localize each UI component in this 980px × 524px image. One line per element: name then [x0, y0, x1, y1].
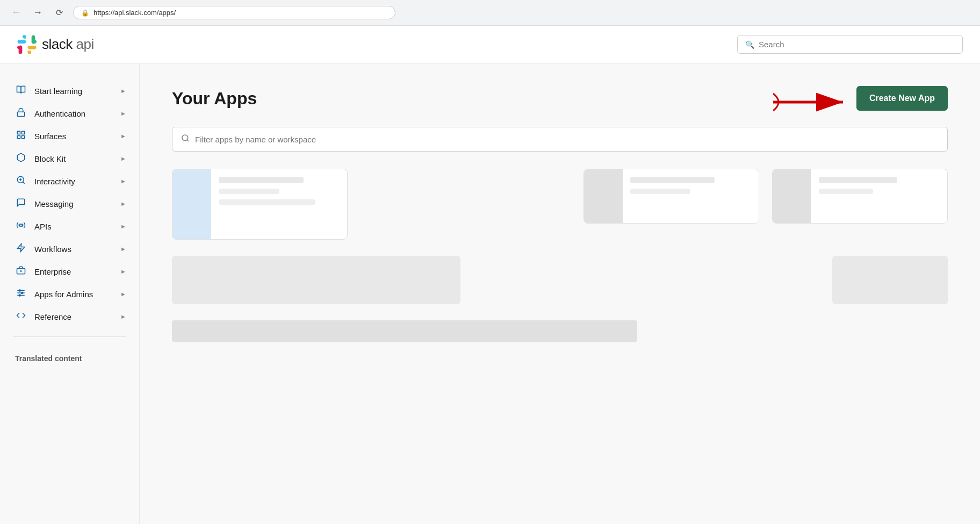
app-icon-skeleton-2: [584, 169, 623, 223]
skeleton-line: [630, 189, 691, 194]
sidebar-label-start-learning: Start learning: [34, 87, 82, 96]
translated-section: [172, 320, 948, 342]
lock-icon: 🔒: [81, 9, 89, 17]
svg-rect-1: [17, 131, 20, 134]
chevron-right-icon: ►: [120, 291, 126, 297]
sidebar-item-messaging[interactable]: Messaging ►: [0, 192, 139, 215]
filter-search-icon: [181, 134, 190, 145]
svg-point-19: [19, 295, 20, 296]
chevron-right-icon: ►: [120, 133, 126, 139]
grid-icon: [15, 130, 27, 142]
lock-icon: [15, 107, 27, 119]
sidebar-item-apps-for-admins[interactable]: Apps for Admins ►: [0, 283, 139, 305]
sidebar: Start learning ► Authentication ► Surfac…: [0, 63, 140, 524]
skeleton-line: [219, 199, 315, 205]
page-title: Your Apps: [172, 89, 257, 109]
skeleton-line: [219, 177, 304, 183]
chevron-right-icon: ►: [120, 246, 126, 252]
sidebar-divider: [13, 336, 126, 337]
search-bar[interactable]: 🔍: [737, 35, 963, 54]
sidebar-item-authentication[interactable]: Authentication ►: [0, 102, 139, 125]
svg-line-6: [23, 182, 24, 183]
sidebar-item-apis[interactable]: APIs ►: [0, 215, 139, 238]
svg-marker-10: [17, 244, 25, 252]
main-layout: Start learning ► Authentication ► Surfac…: [0, 63, 980, 524]
app-card-5[interactable]: [832, 256, 948, 304]
book-icon: [15, 85, 27, 97]
workflow-icon: [15, 243, 27, 255]
skeleton-line: [219, 189, 279, 194]
filter-input[interactable]: [195, 135, 939, 144]
back-button[interactable]: ←: [9, 5, 24, 20]
svg-rect-3: [17, 136, 20, 139]
message-icon: [15, 198, 27, 210]
sidebar-label-workflows: Workflows: [34, 245, 71, 254]
app-card-4[interactable]: [172, 256, 460, 304]
svg-point-17: [19, 290, 20, 291]
sidebar-label-authentication: Authentication: [34, 109, 85, 118]
refresh-button[interactable]: ⟳: [52, 5, 67, 20]
create-new-app-button[interactable]: Create New App: [856, 86, 948, 111]
svg-rect-2: [22, 131, 25, 134]
chevron-right-icon: ►: [120, 200, 126, 207]
chevron-right-icon: ►: [120, 268, 126, 275]
create-btn-area: Create New App: [773, 85, 948, 112]
app-card-3[interactable]: [772, 169, 948, 224]
sidebar-label-reference: Reference: [34, 312, 71, 321]
sidebar-label-messaging: Messaging: [34, 199, 74, 209]
search-input[interactable]: [759, 40, 955, 49]
forward-button[interactable]: →: [30, 5, 45, 20]
sidebar-item-workflows[interactable]: Workflows ►: [0, 238, 139, 260]
url-bar: 🔒 https://api.slack.com/apps/: [73, 6, 395, 19]
sidebar-item-reference[interactable]: Reference ►: [0, 305, 139, 328]
sidebar-label-apis: APIs: [34, 222, 52, 231]
main-content: Your Apps Create New App: [140, 63, 980, 524]
skeleton-line: [819, 189, 873, 194]
sidebar-item-enterprise[interactable]: Enterprise ►: [0, 260, 139, 283]
app-header: slack api 🔍: [0, 26, 980, 63]
sidebar-label-block-kit: Block Kit: [34, 154, 66, 163]
filter-bar[interactable]: [172, 127, 948, 152]
page-header: Your Apps Create New App: [172, 85, 948, 112]
translated-content-bar: [172, 320, 637, 342]
apps-row-1: [172, 169, 948, 240]
sidebar-item-surfaces[interactable]: Surfaces ►: [0, 125, 139, 147]
sidebar-label-enterprise: Enterprise: [34, 267, 71, 276]
svg-point-22: [182, 135, 188, 141]
logo-wordmark: slack api: [42, 36, 94, 53]
url-text: https://api.slack.com/apps/: [93, 9, 176, 17]
sidebar-item-start-learning[interactable]: Start learning ►: [0, 80, 139, 102]
svg-point-18: [21, 292, 23, 294]
enterprise-icon: [15, 265, 27, 277]
app-icon-skeleton-3: [773, 169, 811, 223]
search-icon: 🔍: [745, 40, 754, 49]
api-icon: [15, 220, 27, 232]
code-icon: [15, 311, 27, 322]
slack-logo: slack api: [17, 35, 94, 54]
skeleton-line: [630, 177, 715, 183]
chevron-right-icon: ►: [120, 178, 126, 184]
svg-rect-4: [22, 136, 25, 139]
sidebar-label-apps-for-admins: Apps for Admins: [34, 290, 93, 299]
chevron-right-icon: ►: [120, 155, 126, 162]
red-arrow: [773, 85, 859, 112]
app-card-2[interactable]: [583, 169, 759, 224]
sidebar-label-surfaces: Surfaces: [34, 132, 66, 141]
admin-icon: [15, 288, 27, 300]
skeleton-line: [819, 177, 897, 183]
interactivity-icon: [15, 175, 27, 187]
svg-line-23: [187, 140, 189, 141]
chevron-right-icon: ►: [120, 88, 126, 94]
browser-chrome: ← → ⟳ 🔒 https://api.slack.com/apps/: [0, 0, 980, 26]
chevron-right-icon: ►: [120, 223, 126, 229]
app-icon-skeleton-1: [172, 169, 211, 239]
chevron-right-icon: ►: [120, 313, 126, 320]
app-card-1[interactable]: [172, 169, 348, 240]
chevron-right-icon: ►: [120, 110, 126, 117]
slack-logo-icon: [17, 35, 37, 54]
apps-row-2: [172, 256, 948, 304]
sidebar-item-block-kit[interactable]: Block Kit ►: [0, 147, 139, 170]
translated-content-label: Translated content: [0, 346, 139, 367]
sidebar-item-interactivity[interactable]: Interactivity ►: [0, 170, 139, 192]
svg-rect-0: [17, 112, 25, 116]
